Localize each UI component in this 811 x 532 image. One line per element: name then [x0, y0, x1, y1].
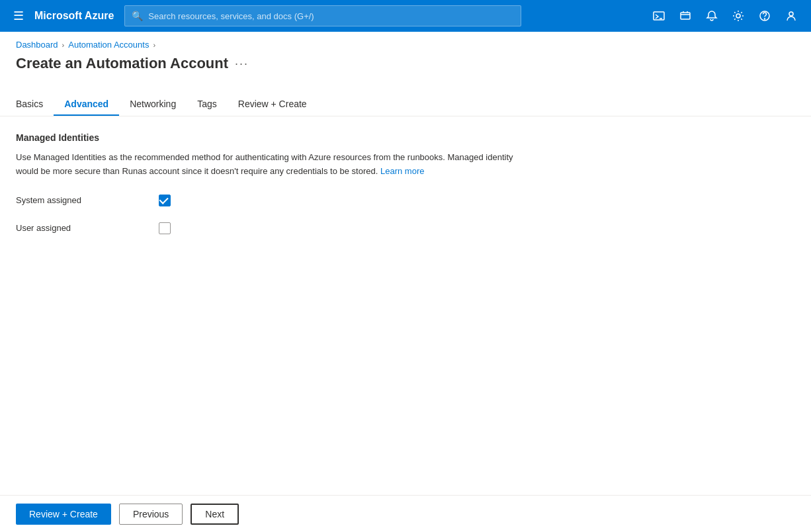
svg-point-5	[765, 19, 765, 19]
description-text-body: Use Managed Identities as the recommende…	[16, 152, 513, 176]
system-assigned-label: System assigned	[16, 195, 148, 205]
tab-bar: Basics Advanced Networking Tags Review +…	[0, 83, 811, 116]
tab-networking[interactable]: Networking	[119, 93, 187, 116]
svg-point-3	[736, 14, 740, 18]
help-icon-btn[interactable]	[753, 4, 777, 28]
user-assigned-label: User assigned	[16, 223, 148, 233]
breadcrumb: Dashboard › Automation Accounts ›	[0, 32, 811, 50]
svg-point-6	[789, 12, 793, 16]
breadcrumb-chevron-1: ›	[62, 41, 65, 49]
settings-icon-btn[interactable]	[726, 4, 750, 28]
page-title: Create an Automation Account	[16, 55, 228, 72]
tab-tags[interactable]: Tags	[187, 93, 228, 116]
search-input[interactable]	[148, 11, 514, 21]
review-create-button[interactable]: Review + Create	[16, 504, 111, 525]
page-menu-dots[interactable]: ···	[235, 57, 249, 71]
top-navigation: ☰ Microsoft Azure 🔍	[0, 0, 811, 32]
page-body: Dashboard › Automation Accounts › Create…	[0, 32, 811, 532]
system-assigned-checkbox[interactable]	[159, 195, 171, 206]
breadcrumb-dashboard[interactable]: Dashboard	[16, 40, 58, 50]
field-row-user-assigned: User assigned	[16, 222, 795, 234]
user-icon-btn[interactable]	[779, 4, 803, 28]
system-assigned-checkbox-container	[159, 195, 171, 206]
bell-icon-btn[interactable]	[700, 4, 724, 28]
nav-icons-group	[647, 4, 803, 28]
section-description: Use Managed Identities as the recommende…	[16, 151, 519, 179]
page-title-area: Create an Automation Account ···	[0, 50, 811, 72]
breadcrumb-chevron-2: ›	[153, 41, 155, 49]
svg-rect-0	[654, 12, 664, 20]
learn-more-link[interactable]: Learn more	[380, 166, 424, 176]
tab-advanced[interactable]: Advanced	[54, 93, 119, 116]
tab-basics[interactable]: Basics	[16, 93, 54, 116]
terminal-icon-btn[interactable]	[647, 4, 671, 28]
hamburger-menu[interactable]: ☰	[8, 5, 29, 26]
breadcrumb-automation-accounts[interactable]: Automation Accounts	[68, 40, 149, 50]
search-icon: 🔍	[132, 11, 143, 21]
previous-button[interactable]: Previous	[119, 504, 183, 525]
main-content: Managed Identities Use Managed Identitie…	[0, 116, 811, 250]
user-assigned-checkbox[interactable]	[159, 222, 171, 234]
user-assigned-checkbox-container	[159, 222, 171, 234]
search-box[interactable]: 🔍	[124, 5, 521, 26]
directory-icon-btn[interactable]	[673, 4, 697, 28]
tab-review-create[interactable]: Review + Create	[228, 93, 318, 116]
svg-rect-2	[681, 13, 690, 19]
section-title-managed-identities: Managed Identities	[16, 132, 795, 143]
brand-logo: Microsoft Azure	[34, 10, 114, 22]
field-row-system-assigned: System assigned	[16, 195, 795, 206]
footer-actions: Review + Create Previous Next	[0, 495, 811, 532]
next-button[interactable]: Next	[191, 504, 239, 525]
